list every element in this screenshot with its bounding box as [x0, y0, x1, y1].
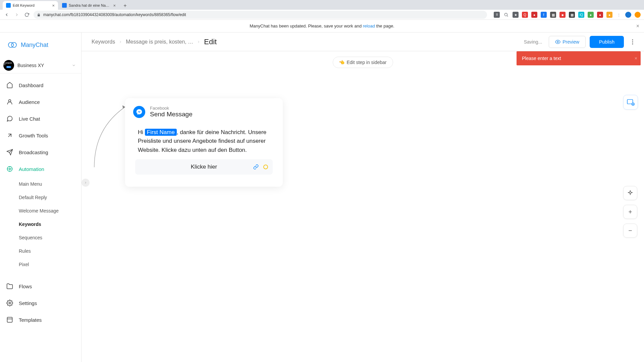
svg-line-5: [8, 134, 11, 137]
logo[interactable]: ManyChat: [0, 33, 81, 57]
subnav-welcome-message[interactable]: Welcome Message: [19, 204, 81, 218]
sidebar-nav: Dashboard Audience Live Chat Growth Tool…: [0, 77, 81, 177]
menu-icon[interactable]: ⋮: [616, 12, 622, 18]
forward-button[interactable]: [13, 11, 20, 18]
sidebar-item-settings[interactable]: Settings: [0, 295, 81, 311]
sidebar-item-label: Flows: [19, 284, 32, 289]
new-tab-button[interactable]: +: [121, 2, 129, 10]
variable-chip-first-name[interactable]: First Name: [145, 129, 177, 136]
zoom-in-button[interactable]: [623, 205, 637, 219]
svg-point-17: [557, 41, 558, 43]
back-button[interactable]: [3, 11, 10, 18]
close-icon[interactable]: ×: [113, 3, 116, 8]
card-titles: Facebook Send Message: [150, 106, 193, 118]
extension-icon[interactable]: ⠿: [494, 12, 500, 18]
folder-icon: [6, 283, 13, 290]
svg-point-14: [9, 302, 11, 304]
extension-icon[interactable]: ▦: [550, 12, 556, 18]
extension-icon[interactable]: f: [541, 12, 547, 18]
chevron-down-icon: [72, 63, 76, 67]
card-header: Facebook Send Message: [133, 106, 275, 118]
subnav-sequences[interactable]: Sequences: [19, 231, 81, 244]
extension-icon[interactable]: IQ: [578, 12, 584, 18]
sidebar-item-label: Broadcasting: [19, 149, 48, 155]
topbar: Keywords Message is preis, kosten, … Edi…: [82, 33, 644, 51]
sidebar-item-broadcasting[interactable]: Broadcasting: [0, 144, 81, 161]
more-options-button[interactable]: [628, 36, 637, 48]
preview-button[interactable]: Preview: [549, 36, 586, 48]
app-shell: ManyChat BUSINESS XY PRO Business XY Das…: [0, 33, 644, 362]
url-input[interactable]: manychat.com/fb181039044324083009/automa…: [34, 11, 487, 19]
messenger-icon: [133, 106, 145, 118]
svg-point-9: [9, 168, 11, 170]
collapse-handle[interactable]: [82, 179, 90, 187]
sidebar-item-audience[interactable]: Audience: [0, 94, 81, 110]
sidebar-item-label: Templates: [19, 317, 42, 323]
send-message-card[interactable]: Facebook Send Message Hi First Name, dan…: [125, 98, 283, 187]
sidebar-item-flows[interactable]: Flows: [0, 278, 81, 295]
svg-point-3: [11, 43, 16, 48]
extension-icon[interactable]: ■: [559, 12, 566, 18]
sidebar-item-templates[interactable]: Templates: [0, 311, 81, 328]
chat-icon: [6, 115, 13, 122]
close-icon[interactable]: ×: [636, 23, 639, 29]
publish-button[interactable]: Publish: [590, 36, 624, 48]
extension-icon[interactable]: ●: [606, 12, 612, 18]
reload-button[interactable]: [23, 11, 30, 18]
subnav-pixel[interactable]: Pixel: [19, 258, 81, 271]
subnav-keywords[interactable]: Keywords: [19, 218, 81, 231]
update-notification-bar: ManyChat has been updated. Please, save …: [0, 20, 644, 33]
message-body[interactable]: Hi First Name, danke für deine Nachricht…: [133, 124, 275, 177]
connector-port-icon[interactable]: [263, 165, 268, 169]
browser-chrome: Edit Keyword × Sandra hat dir eine Nachr…: [0, 0, 644, 20]
extension-icon[interactable]: ●: [597, 12, 603, 18]
extension-icons: ⠿ ★ Q ● f ▦ ■ ▦ IQ ● ● ● ⋮: [494, 12, 641, 18]
logo-text: ManyChat: [21, 42, 48, 49]
notification-text: ManyChat has been updated. Please, save …: [250, 23, 394, 28]
browser-tab-inactive[interactable]: Sandra hat dir eine Nachricht ×: [59, 1, 119, 10]
sidebar-item-live-chat[interactable]: Live Chat: [0, 110, 81, 127]
close-icon[interactable]: ×: [52, 3, 55, 8]
breadcrumb-root[interactable]: Keywords: [92, 39, 115, 45]
extension-icon[interactable]: [503, 12, 509, 18]
add-step-button[interactable]: [623, 95, 638, 110]
tab-title: Edit Keyword: [13, 3, 50, 7]
eye-icon: [555, 39, 560, 45]
svg-point-18: [632, 39, 633, 40]
extension-icon[interactable]: ▦: [569, 12, 575, 18]
breadcrumb-current: Edit: [204, 38, 217, 46]
card-action: Send Message: [150, 111, 193, 118]
message-button[interactable]: Klicke hier: [135, 159, 273, 175]
breadcrumb-mid[interactable]: Message is preis, kosten, …: [126, 39, 193, 45]
reload-link[interactable]: reload: [363, 23, 375, 28]
svg-rect-15: [7, 317, 12, 322]
workspace-switcher[interactable]: BUSINESS XY PRO Business XY: [0, 57, 81, 73]
sidebar-item-label: Audience: [19, 99, 40, 105]
extension-icon[interactable]: ●: [531, 12, 537, 18]
extension-icon[interactable]: [635, 12, 641, 18]
close-icon[interactable]: ×: [635, 56, 637, 61]
sidebar-item-label: Live Chat: [19, 116, 40, 122]
sidebar-item-label: Growth Tools: [19, 133, 48, 138]
subnav-default-reply[interactable]: Default Reply: [19, 191, 81, 204]
extension-icon[interactable]: Q: [522, 12, 528, 18]
sidebar-item-dashboard[interactable]: Dashboard: [0, 77, 81, 94]
sidebar-item-automation[interactable]: Automation: [0, 161, 81, 177]
avatar-icon[interactable]: [625, 12, 631, 18]
message-text[interactable]: Hi First Name, danke für deine Nachricht…: [135, 127, 273, 159]
arrow-up-right-icon: [6, 132, 13, 139]
gear-icon: [6, 299, 13, 307]
auto-layout-button[interactable]: [623, 186, 637, 200]
extension-icon[interactable]: ●: [588, 12, 594, 18]
subnav-rules[interactable]: Rules: [19, 244, 81, 258]
user-icon: [6, 98, 13, 106]
flow-canvas[interactable]: Facebook Send Message Hi First Name, dan…: [82, 51, 644, 362]
zoom-out-button[interactable]: [623, 224, 637, 238]
subnav-main-menu[interactable]: Main Menu: [19, 177, 81, 191]
sidebar-item-label: Settings: [19, 300, 37, 306]
link-icon: [253, 164, 259, 170]
automation-subnav: Main Menu Default Reply Welcome Message …: [0, 177, 81, 271]
extension-icon[interactable]: ★: [513, 12, 519, 18]
browser-tab-active[interactable]: Edit Keyword ×: [3, 1, 58, 10]
sidebar-item-growth-tools[interactable]: Growth Tools: [0, 127, 81, 144]
